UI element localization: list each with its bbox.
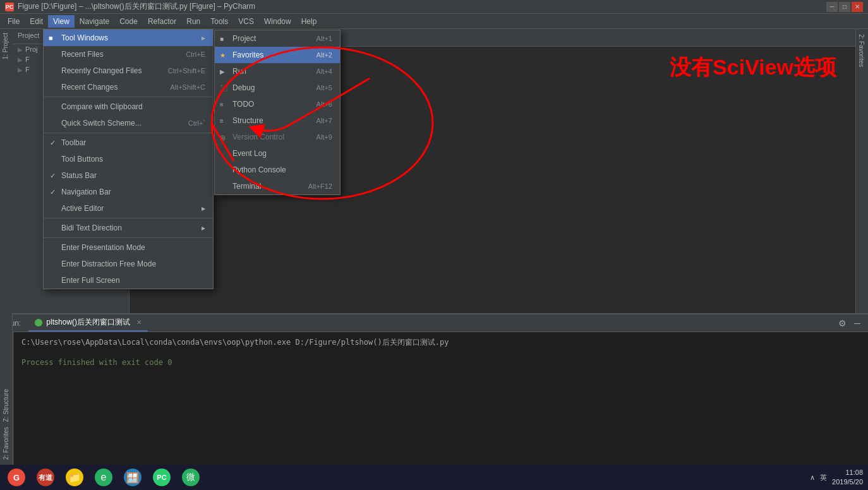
submenu-item-todo[interactable]: ≡ TODO Alt+6 [215,96,340,112]
menu-refactor[interactable]: Refactor [143,15,181,28]
menu-item-bidi[interactable]: Bidi Text Direction [44,220,213,236]
menu-icon-tool-windows: ■ [49,34,53,42]
wechat-icon: 微 [182,469,200,486]
tray-lang[interactable]: 英 [820,473,827,482]
run-tab-label: pltshow()后关闭窗口测试 [46,317,130,328]
menu-run[interactable]: Run [181,15,205,28]
ie1-icon: e [95,469,112,486]
run-content: C:\Users\rose\AppData\Local\conda\conda\… [14,332,868,372]
run-sidebar-left: Z: Structure 2: Favorites [0,313,13,465]
menu-item-tool-buttons[interactable]: Tool Buttons [44,151,213,167]
menu-separator-3 [44,218,213,218]
taskbar-btn-youdao[interactable]: 有道 [32,466,59,489]
run-minimize-icon[interactable]: ─ [852,318,863,328]
sidebar-tab-project[interactable]: 1: Project [0,29,13,63]
view-menu[interactable]: ■ Tool Windows Recent Files Ctrl+E Recen… [43,29,214,289]
window-controls: ─ □ ✕ [826,2,863,12]
menu-item-quick-switch[interactable]: Quick Switch Scheme... Ctrl+` [44,115,213,131]
submenu-item-run[interactable]: ▶ Run Alt+4 [215,63,340,80]
taskbar-btn-ie2[interactable]: 🪟 [119,466,147,489]
window-title: Figure [D:\Figure] – ...\pltshow()后关闭窗口测… [18,1,255,12]
menu-navigate[interactable]: Navigate [75,15,114,28]
run-status-icon [35,319,42,326]
menu-separator-4 [44,237,213,238]
run-path: C:\Users\rose\AppData\Local\conda\conda\… [21,338,449,347]
tray-date-text: 2019/5/20 [832,477,863,487]
pycharm-icon: PC [153,469,171,486]
submenu-item-structure[interactable]: ≡ Structure Alt+7 [215,112,340,129]
menu-separator [44,97,213,97]
run-settings-icon[interactable]: ⚙ [836,318,849,328]
check-icon-3: ✓ [50,188,56,196]
menu-item-active-editor[interactable]: Active Editor [44,200,213,217]
menu-item-compare-clipboard[interactable]: Compare with Clipboard [44,99,213,115]
run-tab-close[interactable]: ✕ [136,319,142,326]
menu-item-full-screen[interactable]: Enter Full Screen [44,272,213,289]
menu-tools[interactable]: Tools [205,15,233,28]
files-icon: 📁 [66,469,83,486]
menu-edit[interactable]: Edit [25,15,48,28]
menu-view[interactable]: View [48,15,75,28]
youdao-icon: 有道 [37,469,54,486]
close-button[interactable]: ✕ [852,2,863,12]
submenu-item-python-console[interactable]: Python Console [215,162,340,178]
menu-item-presentation[interactable]: Enter Presentation Mode [44,239,213,256]
taskbar-btn-pycharm[interactable]: PC [148,466,176,489]
menu-code[interactable]: Code [114,15,143,28]
submenu-item-terminal[interactable]: Terminal Alt+F12 [215,178,340,194]
run-panel: Run: pltshow()后关闭窗口测试 ✕ ⚙ ─ ▶ ↑ ⏹ ↓ ⏸ ≡ … [0,313,868,465]
menu-item-status-bar[interactable]: ✓ Status Bar [44,167,213,184]
run-panel-header: Run: pltshow()后关闭窗口测试 ✕ ⚙ ─ [0,314,868,332]
submenu-item-project[interactable]: ■ Project Alt+1 [215,30,340,47]
vertical-sidebar: 1: Project [0,29,13,338]
taskbar-btn-wechat[interactable]: 微 [177,466,205,489]
menu-item-recent-files[interactable]: Recent Files Ctrl+E [44,46,213,63]
menu-item-recently-changed[interactable]: Recently Changed Files Ctrl+Shift+E [44,63,213,79]
run-panel-controls: ⚙ ─ [836,318,863,328]
run-tab[interactable]: pltshow()后关闭窗口测试 ✕ [28,315,148,332]
submenu-item-favorites[interactable]: ★ Favorites Alt+2 [215,47,340,63]
maximize-button[interactable]: □ [839,2,850,12]
pdf-icon: G [8,469,25,486]
taskbar-btn-files[interactable]: 📁 [61,466,88,489]
menu-item-recent-changes[interactable]: Recent Changes Alt+Shift+C [44,79,213,95]
check-icon-2: ✓ [50,172,56,180]
menu-window[interactable]: Window [259,15,296,28]
app-icon: PC [5,3,14,11]
sidebar-structure-label[interactable]: Z: Structure [1,386,11,424]
tool-windows-submenu[interactable]: ■ Project Alt+1 ★ Favorites Alt+2 ▶ Run … [214,30,341,195]
menu-vcs[interactable]: VCS [233,15,259,28]
menu-item-tool-windows[interactable]: ■ Tool Windows [44,30,213,46]
tray-time-text: 11:08 [832,468,863,477]
favorites-tab-label[interactable]: 2: Favorites [856,29,867,72]
minimize-button[interactable]: ─ [826,2,838,12]
title-bar: PC Figure [D:\Figure] – ...\pltshow()后关闭… [0,0,868,14]
tray-up-arrow[interactable]: ∧ [810,474,815,482]
menu-separator-2 [44,133,213,133]
submenu-item-event-log[interactable]: Event Log [215,145,340,162]
menu-item-distraction-free[interactable]: Enter Distraction Free Mode [44,256,213,272]
menu-file[interactable]: File [3,15,25,28]
taskbar-btn-ie1[interactable]: e [90,466,118,489]
menu-bar: File Edit View Navigate Code Refactor Ru… [0,14,868,29]
taskbar-items: G 有道 📁 e 🪟 PC [3,466,205,489]
tray-datetime: 11:08 2019/5/20 [832,468,863,487]
tray-area: ∧ 英 11:08 2019/5/20 [810,468,865,487]
sidebar-favorites-label[interactable]: 2: Favorites [1,424,11,462]
menu-item-navigation-bar[interactable]: ✓ Navigation Bar [44,184,213,200]
menu-help[interactable]: Help [296,15,322,28]
submenu-item-vcs[interactable]: ◎ Version Control Alt+9 [215,129,340,145]
check-icon: ✓ [50,139,56,147]
title-bar-left: PC Figure [D:\Figure] – ...\pltshow()后关闭… [5,1,255,12]
menu-item-toolbar[interactable]: ✓ Toolbar [44,134,213,151]
submenu-item-debug[interactable]: ⬛ Debug Alt+5 [215,80,340,96]
taskbar: G 有道 📁 e 🪟 PC [0,465,868,490]
run-result: Process finished with exit code 0 [21,358,860,367]
taskbar-btn-pdf[interactable]: G [3,466,30,489]
ie2-icon: 🪟 [124,469,142,486]
